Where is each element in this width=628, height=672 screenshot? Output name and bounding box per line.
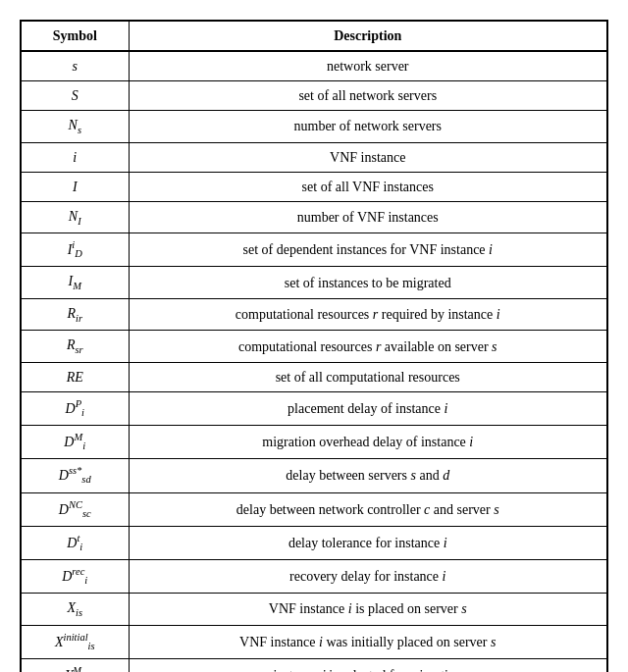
table-row: XisVNF instance i is placed on server s	[21, 594, 607, 626]
symbol-cell: Rir	[21, 298, 129, 331]
symbol-cell: NI	[21, 201, 129, 233]
description-header: Description	[129, 21, 607, 51]
symbol-cell: DNCsc	[21, 492, 129, 526]
notation-table: Symbol Description snetwork serverSset o…	[20, 20, 608, 672]
table-row: IMset of instances to be migrated	[21, 267, 607, 299]
description-cell: computational resources r required by in…	[129, 298, 607, 331]
table-row: NInumber of VNF instances	[21, 201, 607, 233]
symbol-cell: DMi	[21, 426, 129, 459]
description-cell: delay tolerance for instance i	[129, 526, 607, 559]
table-row: REset of all computational resources	[21, 362, 607, 391]
table-row: Rircomputational resources r required by…	[21, 298, 607, 331]
description-cell: VNF instance	[129, 142, 607, 172]
symbol-cell: Dreci	[21, 559, 129, 593]
symbol-cell: Dss*sd	[21, 459, 129, 492]
table-row: Dtidelay tolerance for instance i	[21, 526, 607, 559]
table-row: DNCscdelay between network controller c …	[21, 492, 607, 526]
description-cell: set of all VNF instances	[129, 172, 607, 201]
description-cell: recovery delay for instance i	[129, 559, 607, 593]
table-row: DMimigration overhead delay of instance …	[21, 426, 607, 459]
description-cell: delay between network controller c and s…	[129, 492, 607, 526]
symbol-cell: IM	[21, 267, 129, 299]
symbol-cell: Rsr	[21, 331, 129, 363]
symbol-cell: DPi	[21, 391, 129, 425]
symbol-cell: RE	[21, 362, 129, 391]
symbol-cell: I	[21, 172, 129, 201]
table-row: YMiinstance i is selected for migration	[21, 658, 607, 672]
table-row: DPiplacement delay of instance i	[21, 391, 607, 425]
table-row: Iset of all VNF instances	[21, 172, 607, 201]
table-row: snetwork server	[21, 51, 607, 81]
description-cell: VNF instance i is placed on server s	[129, 594, 607, 626]
description-cell: network server	[129, 51, 607, 81]
symbol-cell: Xinitialis	[21, 625, 129, 658]
table-row: Sset of all network servers	[21, 81, 607, 111]
symbol-cell: YMi	[21, 658, 129, 672]
symbol-cell: Ns	[21, 111, 129, 143]
description-cell: instance i is selected for migration	[129, 658, 607, 672]
description-cell: computational resources r available on s…	[129, 331, 607, 363]
table-row: Nsnumber of network servers	[21, 111, 607, 143]
table-row: Drecirecovery delay for instance i	[21, 559, 607, 593]
table-row: iVNF instance	[21, 142, 607, 172]
table-row: IiDset of dependent instances for VNF in…	[21, 233, 607, 267]
description-cell: migration overhead delay of instance i	[129, 426, 607, 459]
description-cell: set of instances to be migrated	[129, 267, 607, 299]
description-cell: VNF instance i was initially placed on s…	[129, 625, 607, 658]
description-cell: number of network servers	[129, 111, 607, 143]
description-cell: set of dependent instances for VNF insta…	[129, 233, 607, 267]
description-cell: set of all computational resources	[129, 362, 607, 391]
symbol-cell: s	[21, 51, 129, 81]
symbol-cell: IiD	[21, 233, 129, 267]
symbol-cell: Dti	[21, 526, 129, 559]
description-cell: number of VNF instances	[129, 201, 607, 233]
notation-table-container: Symbol Description snetwork serverSset o…	[20, 20, 608, 672]
description-cell: set of all network servers	[129, 81, 607, 111]
table-row: Rsrcomputational resources r available o…	[21, 331, 607, 363]
symbol-cell: S	[21, 81, 129, 111]
description-cell: placement delay of instance i	[129, 391, 607, 425]
symbol-cell: i	[21, 142, 129, 172]
symbol-header: Symbol	[21, 21, 129, 51]
table-row: Dss*sddelay between servers s and d	[21, 459, 607, 492]
description-cell: delay between servers s and d	[129, 459, 607, 492]
table-row: XinitialisVNF instance i was initially p…	[21, 625, 607, 658]
symbol-cell: Xis	[21, 594, 129, 626]
